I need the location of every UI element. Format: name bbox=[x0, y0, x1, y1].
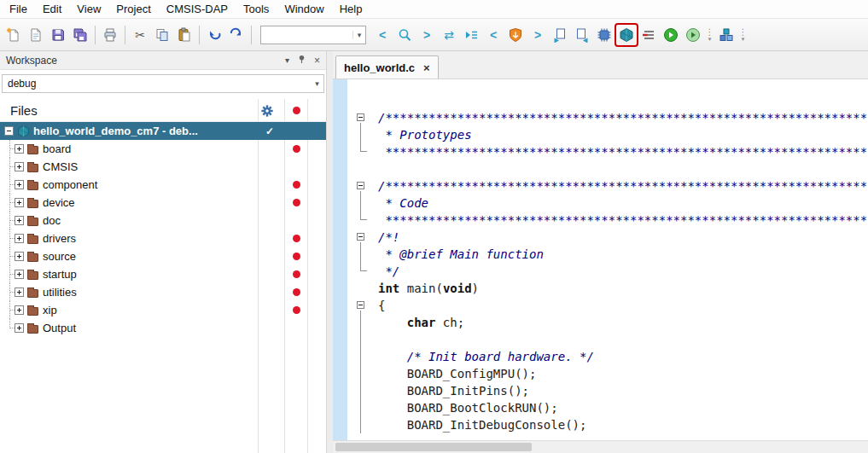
code-line[interactable]: /***************************************… bbox=[347, 177, 868, 195]
tree-item-board[interactable]: board bbox=[0, 140, 326, 158]
code-line[interactable]: * @brief Main function bbox=[347, 246, 868, 263]
code-line[interactable]: * Prototypes bbox=[347, 126, 868, 143]
start-debug-icon[interactable] bbox=[683, 25, 703, 45]
chevron-down-icon[interactable]: ▾ bbox=[352, 31, 365, 39]
memory-window-icon[interactable] bbox=[594, 25, 615, 45]
expand-icon[interactable] bbox=[15, 180, 24, 189]
toolbar-grip[interactable]: ⋮▾ bbox=[705, 25, 714, 45]
tree-root-hello-world-demo-cm7-deb[interactable]: hello_world_demo_cm7 - deb...✓ bbox=[0, 122, 326, 140]
new-file-icon[interactable] bbox=[3, 25, 24, 45]
expand-icon[interactable] bbox=[15, 216, 24, 225]
panel-menu-icon[interactable]: ▾ bbox=[285, 56, 289, 65]
tree-item-component[interactable]: component bbox=[0, 176, 326, 194]
code-line[interactable]: * Code bbox=[347, 195, 868, 212]
cut-icon[interactable]: ✂ bbox=[130, 25, 150, 45]
expand-icon[interactable] bbox=[15, 270, 24, 279]
fold-gutter[interactable] bbox=[347, 297, 378, 314]
code-lines[interactable]: /***************************************… bbox=[347, 79, 868, 440]
find-text-combobox[interactable]: ▾ bbox=[260, 26, 366, 44]
menu-help[interactable]: Help bbox=[332, 1, 370, 17]
menu-window[interactable]: Window bbox=[277, 1, 331, 17]
next-bookmark-icon[interactable]: > bbox=[527, 25, 548, 45]
print-icon[interactable] bbox=[100, 25, 120, 45]
expand-icon[interactable] bbox=[15, 287, 24, 297]
options-for-target-icon[interactable] bbox=[638, 25, 659, 45]
fold-collapse-icon[interactable] bbox=[357, 182, 364, 189]
expand-icon[interactable] bbox=[15, 252, 24, 261]
menu-tools[interactable]: Tools bbox=[236, 1, 277, 17]
fold-gutter[interactable] bbox=[347, 229, 378, 246]
tab-hello-world-c[interactable]: hello_world.c × bbox=[335, 55, 439, 78]
expand-icon[interactable] bbox=[15, 198, 24, 207]
code-line[interactable]: /***************************************… bbox=[347, 109, 868, 126]
code-line[interactable] bbox=[347, 160, 868, 177]
expand-icon[interactable] bbox=[15, 305, 24, 315]
code-line[interactable]: { bbox=[347, 297, 868, 314]
build-config-dropdown[interactable]: debug ▾ bbox=[2, 74, 324, 93]
tree-item-xip[interactable]: xip bbox=[0, 301, 326, 319]
expand-icon[interactable] bbox=[15, 144, 24, 154]
scrollbar-thumb[interactable] bbox=[335, 443, 532, 451]
menu-edit[interactable]: Edit bbox=[35, 1, 69, 17]
menu-file[interactable]: File bbox=[2, 1, 35, 17]
code-line[interactable]: ****************************************… bbox=[347, 143, 868, 160]
save-all-icon[interactable] bbox=[70, 25, 90, 45]
selection-margin[interactable] bbox=[333, 79, 347, 440]
paste-icon[interactable] bbox=[174, 25, 195, 45]
horizontal-scrollbar[interactable] bbox=[333, 440, 868, 453]
fold-gutter[interactable] bbox=[347, 177, 378, 195]
menu-project[interactable]: Project bbox=[108, 1, 158, 17]
tree-item-cmsis[interactable]: CMSIS bbox=[0, 158, 326, 176]
code-line[interactable]: BOARD_ConfigMPU(); bbox=[347, 365, 868, 382]
redo-icon[interactable] bbox=[226, 25, 247, 45]
find-next-icon[interactable]: > bbox=[417, 25, 437, 45]
code-line[interactable]: ****************************************… bbox=[347, 212, 868, 229]
bookmark-icon[interactable] bbox=[505, 25, 526, 45]
find-icon[interactable] bbox=[394, 25, 415, 45]
tree-item-device[interactable]: device bbox=[0, 194, 326, 212]
code-line[interactable]: BOARD_InitDebugConsole(); bbox=[347, 416, 868, 433]
tree-item-utilities[interactable]: utilities bbox=[0, 283, 326, 301]
menu-view[interactable]: View bbox=[69, 1, 108, 17]
undo-icon[interactable] bbox=[204, 25, 224, 45]
fold-collapse-icon[interactable] bbox=[357, 301, 364, 309]
previous-bookmark-icon[interactable]: < bbox=[483, 25, 504, 45]
code-line[interactable] bbox=[347, 331, 868, 348]
incremental-find-icon[interactable]: ⇄ bbox=[439, 25, 459, 45]
previous-reference-icon[interactable] bbox=[550, 25, 570, 45]
code-line[interactable]: BOARD_InitPins(); bbox=[347, 382, 868, 399]
toolbar-grip[interactable]: ⋮▾ bbox=[738, 25, 748, 45]
fold-collapse-icon[interactable] bbox=[357, 113, 364, 121]
chevron-down-icon[interactable]: ▾ bbox=[311, 75, 323, 92]
next-reference-icon[interactable] bbox=[572, 25, 592, 45]
find-previous-icon[interactable]: < bbox=[372, 25, 393, 45]
close-panel-icon[interactable]: × bbox=[314, 55, 320, 66]
close-tab-icon[interactable]: × bbox=[423, 61, 430, 74]
run-icon[interactable] bbox=[661, 25, 681, 45]
expand-icon[interactable] bbox=[15, 162, 24, 171]
expand-icon[interactable] bbox=[15, 323, 24, 333]
save-icon[interactable] bbox=[48, 25, 68, 45]
fold-gutter[interactable] bbox=[347, 109, 378, 126]
collapse-icon[interactable] bbox=[4, 126, 14, 136]
tree-item-startup[interactable]: startup bbox=[0, 265, 326, 283]
menu-cmsis-dap[interactable]: CMSIS-DAP bbox=[159, 1, 236, 17]
pin-icon[interactable] bbox=[297, 55, 306, 66]
code-line[interactable]: char ch; bbox=[347, 314, 868, 331]
panel-splitter[interactable] bbox=[327, 51, 333, 453]
manage-components-icon[interactable] bbox=[716, 25, 737, 45]
code-line[interactable]: BOARD_BootClockRUN(); bbox=[347, 399, 868, 416]
code-line[interactable]: int main(void) bbox=[347, 280, 868, 297]
tree-item-drivers[interactable]: drivers bbox=[0, 229, 326, 247]
pack-installer-icon[interactable] bbox=[616, 25, 637, 45]
code-line[interactable]: */ bbox=[347, 263, 868, 280]
tree-item-output[interactable]: Output bbox=[0, 319, 326, 337]
tree-item-doc[interactable]: doc bbox=[0, 212, 326, 229]
tree-item-source[interactable]: source bbox=[0, 247, 326, 265]
fold-collapse-icon[interactable] bbox=[357, 233, 364, 241]
expand-icon[interactable] bbox=[15, 234, 24, 243]
code-line[interactable]: /* Init board hardware. */ bbox=[347, 348, 868, 365]
code-line[interactable]: /*! bbox=[347, 229, 868, 246]
find-in-files-icon[interactable] bbox=[461, 25, 481, 45]
open-file-icon[interactable] bbox=[26, 25, 46, 45]
